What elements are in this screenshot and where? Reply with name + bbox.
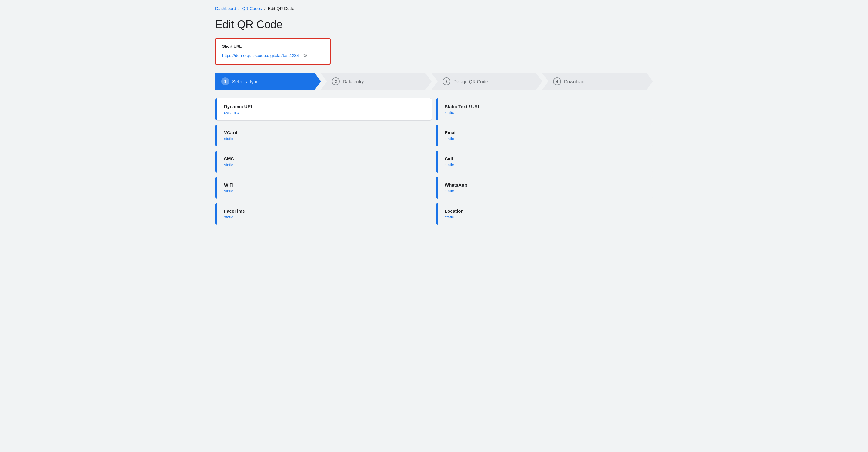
step-3-number: 3 xyxy=(442,77,451,85)
type-card-call[interactable]: Call static xyxy=(436,150,653,173)
type-card-accent-static-text-url xyxy=(436,98,438,120)
type-card-accent-vcard xyxy=(215,125,217,147)
type-card-static-text-url[interactable]: Static Text / URL static xyxy=(436,98,653,121)
type-card-location[interactable]: Location static xyxy=(436,203,653,225)
type-card-title-call: Call xyxy=(445,156,646,161)
step-2[interactable]: 2 Data entry xyxy=(321,73,432,90)
breadcrumb-sep-1: / xyxy=(239,6,240,11)
type-card-title-dynamic-url: Dynamic URL xyxy=(224,104,426,109)
type-card-content-dynamic-url: Dynamic URL dynamic xyxy=(222,104,426,115)
type-grid: Dynamic URL dynamic Static Text / URL st… xyxy=(215,98,653,225)
short-url-content: https://demo.quickcode.digital/s/test123… xyxy=(222,52,324,59)
type-card-vcard[interactable]: VCard static xyxy=(215,124,432,147)
step-3-label: Design QR Code xyxy=(454,79,488,84)
type-card-title-static-text-url: Static Text / URL xyxy=(445,104,646,109)
type-card-accent-whatsapp xyxy=(436,177,438,199)
step-4-number: 4 xyxy=(553,77,561,85)
type-card-title-facetime: FaceTime xyxy=(224,208,426,214)
type-card-content-whatsapp: WhatsApp static xyxy=(442,182,646,193)
gear-icon[interactable]: ⚙ xyxy=(303,52,308,59)
type-card-accent-location xyxy=(436,203,438,225)
breadcrumb-dashboard[interactable]: Dashboard xyxy=(215,6,236,11)
type-card-facetime[interactable]: FaceTime static xyxy=(215,203,432,225)
type-card-accent-wifi xyxy=(215,177,217,199)
type-card-title-vcard: VCard xyxy=(224,130,426,135)
breadcrumb-qrcodes[interactable]: QR Codes xyxy=(242,6,262,11)
type-card-title-location: Location xyxy=(445,208,646,214)
short-url-link[interactable]: https://demo.quickcode.digital/s/test123… xyxy=(222,53,299,58)
type-card-accent-call xyxy=(436,151,438,172)
step-3[interactable]: 3 Design QR Code xyxy=(432,73,542,90)
type-card-wifi[interactable]: WIFI static xyxy=(215,176,432,199)
type-card-dynamic-url[interactable]: Dynamic URL dynamic xyxy=(215,98,432,121)
breadcrumb-current: Edit QR Code xyxy=(268,6,294,11)
type-card-subtitle-vcard: static xyxy=(224,136,426,141)
step-1[interactable]: 1 Select a type xyxy=(215,73,321,90)
type-card-whatsapp[interactable]: WhatsApp static xyxy=(436,176,653,199)
type-card-accent-dynamic-url xyxy=(215,98,217,120)
step-1-number: 1 xyxy=(221,77,229,85)
type-card-subtitle-facetime: static xyxy=(224,215,426,219)
step-1-label: Select a type xyxy=(232,79,259,84)
breadcrumb-sep-2: / xyxy=(265,6,266,11)
type-card-content-facetime: FaceTime static xyxy=(222,208,426,219)
type-card-content-sms: SMS static xyxy=(222,156,426,167)
type-card-subtitle-dynamic-url: dynamic xyxy=(224,110,426,115)
type-card-accent-sms xyxy=(215,151,217,172)
step-2-label: Data entry xyxy=(343,79,364,84)
step-2-number: 2 xyxy=(332,77,340,85)
type-card-content-call: Call static xyxy=(442,156,646,167)
type-card-sms[interactable]: SMS static xyxy=(215,150,432,173)
type-card-title-wifi: WIFI xyxy=(224,182,426,187)
type-card-subtitle-sms: static xyxy=(224,163,426,167)
breadcrumb: Dashboard / QR Codes / Edit QR Code xyxy=(215,6,653,11)
type-card-content-static-text-url: Static Text / URL static xyxy=(442,104,646,115)
type-card-content-vcard: VCard static xyxy=(222,130,426,141)
stepper: 1 Select a type 2 Data entry 3 Design QR… xyxy=(215,73,653,90)
type-card-content-location: Location static xyxy=(442,208,646,219)
short-url-card: Short URL https://demo.quickcode.digital… xyxy=(215,38,331,65)
page-title: Edit QR Code xyxy=(215,18,653,31)
type-card-accent-facetime xyxy=(215,203,217,225)
type-card-title-sms: SMS xyxy=(224,156,426,161)
type-card-subtitle-email: static xyxy=(445,136,646,141)
step-4[interactable]: 4 Download xyxy=(542,73,653,90)
type-card-subtitle-static-text-url: static xyxy=(445,110,646,115)
type-card-subtitle-call: static xyxy=(445,163,646,167)
type-card-subtitle-whatsapp: static xyxy=(445,189,646,193)
type-card-subtitle-wifi: static xyxy=(224,189,426,193)
page-container: Dashboard / QR Codes / Edit QR Code Edit… xyxy=(206,0,662,231)
type-card-content-email: Email static xyxy=(442,130,646,141)
short-url-label: Short URL xyxy=(222,44,324,49)
type-card-content-wifi: WIFI static xyxy=(222,182,426,193)
type-card-accent-email xyxy=(436,125,438,147)
type-card-title-email: Email xyxy=(445,130,646,135)
step-4-label: Download xyxy=(564,79,584,84)
type-card-email[interactable]: Email static xyxy=(436,124,653,147)
type-card-subtitle-location: static xyxy=(445,215,646,219)
type-card-title-whatsapp: WhatsApp xyxy=(445,182,646,187)
